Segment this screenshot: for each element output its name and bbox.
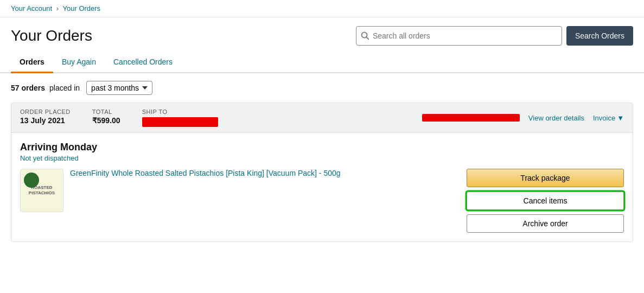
- product-image: ROASTEDPISTACHIOS: [20, 169, 63, 212]
- order-total-label: TOTAL: [92, 109, 120, 115]
- order-meta: ORDER PLACED 13 July 2021 TOTAL ₹599.00 …: [20, 109, 218, 127]
- breadcrumb-orders-link[interactable]: Your Orders: [63, 4, 101, 12]
- order-card-body: Arriving Monday Not yet dispatched ROAST…: [11, 133, 633, 241]
- view-order-details-link[interactable]: View order details: [528, 114, 584, 122]
- order-placed-date: 13 July 2021: [20, 116, 71, 125]
- search-icon: [361, 31, 369, 40]
- action-buttons: Track package Cancel items Archive order: [467, 169, 624, 233]
- product-link[interactable]: GreenFinity Whole Roasted Salted Pistach…: [70, 169, 341, 177]
- order-ship-to-label: SHIP TO: [142, 109, 218, 115]
- order-number-redacted: [422, 114, 520, 122]
- order-substatus: Not yet dispatched: [20, 154, 624, 162]
- invoice-chevron-icon: ▼: [617, 114, 624, 122]
- search-input[interactable]: [373, 31, 557, 40]
- tab-buy-again[interactable]: Buy Again: [53, 52, 105, 73]
- ship-to-redacted: [142, 117, 218, 127]
- tab-cancelled-orders[interactable]: Cancelled Orders: [105, 52, 181, 73]
- order-item-row: ROASTEDPISTACHIOS GreenFinity Whole Roas…: [20, 169, 341, 212]
- order-content: ROASTEDPISTACHIOS GreenFinity Whole Roas…: [20, 169, 624, 233]
- invoice-label: Invoice: [593, 114, 615, 122]
- product-img-label: ROASTEDPISTACHIOS: [28, 184, 56, 196]
- order-status: Arriving Monday: [20, 142, 624, 153]
- period-select[interactable]: past 3 months past 6 months past year 20…: [86, 81, 152, 95]
- order-placed-label: ORDER PLACED: [20, 109, 71, 115]
- tab-orders[interactable]: Orders: [11, 52, 53, 73]
- order-ship-to-group: SHIP TO: [142, 109, 218, 127]
- cancel-items-button[interactable]: Cancel items: [467, 192, 624, 210]
- orders-count: 57 orders: [11, 84, 45, 92]
- tabs-container: Orders Buy Again Cancelled Orders: [0, 52, 644, 73]
- search-button[interactable]: Search Orders: [566, 26, 633, 46]
- svg-line-1: [366, 37, 368, 40]
- product-image-wrapper: ROASTEDPISTACHIOS: [20, 169, 63, 212]
- breadcrumb-account-link[interactable]: Your Account: [11, 4, 52, 12]
- filter-row: 57 orders placed in past 3 months past 6…: [0, 73, 644, 103]
- page-header: Your Orders Search Orders: [0, 17, 644, 52]
- order-total-value: ₹599.00: [92, 116, 120, 125]
- breadcrumb-separator: ›: [56, 4, 59, 12]
- breadcrumb: Your Account › Your Orders: [0, 0, 644, 17]
- order-header-right: View order details Invoice ▼: [422, 114, 624, 122]
- order-total-group: TOTAL ₹599.00: [92, 109, 120, 127]
- placed-in-label: placed in: [49, 84, 80, 92]
- page-title: Your Orders: [11, 27, 92, 44]
- search-input-wrapper: [356, 26, 562, 46]
- archive-order-button[interactable]: Archive order: [467, 214, 624, 233]
- track-package-button[interactable]: Track package: [467, 169, 624, 187]
- order-card: ORDER PLACED 13 July 2021 TOTAL ₹599.00 …: [11, 103, 633, 242]
- order-placed-group: ORDER PLACED 13 July 2021: [20, 109, 71, 127]
- search-area: Search Orders: [356, 26, 633, 46]
- order-card-header: ORDER PLACED 13 July 2021 TOTAL ₹599.00 …: [11, 103, 633, 133]
- invoice-button[interactable]: Invoice ▼: [593, 114, 624, 122]
